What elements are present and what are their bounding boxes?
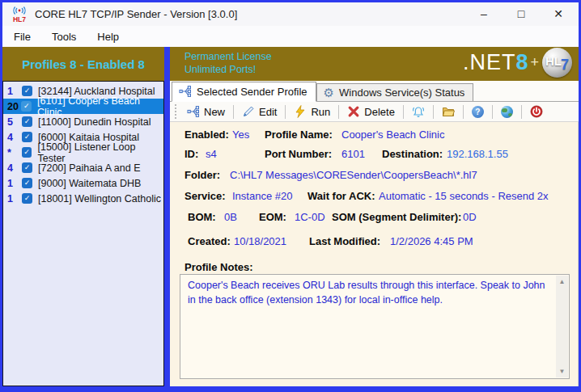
menu-help[interactable]: Help (97, 31, 119, 43)
menu-file[interactable]: File (14, 31, 31, 43)
new-button-label: New (204, 106, 225, 118)
service-value: Instance #20 (232, 190, 292, 202)
new-button[interactable]: New (182, 103, 230, 120)
close-button[interactable]: ✕ (540, 2, 577, 26)
profile-row[interactable]: 4 [7200] Paihaia A and E (3, 160, 163, 175)
profile-notes-textarea[interactable]: Cooper's Beach receives ORU Lab results … (180, 274, 570, 379)
notification-bell-icon (412, 105, 425, 118)
field-row-3: Folder: C:\HL7 Messages\CORESender\Coope… (170, 169, 578, 183)
modified-value: 1/2/2026 4:45 PM (390, 235, 473, 247)
field-row-2: ID: s4 Port Number: 6101 Destination: 19… (170, 148, 578, 162)
field-row-1: Enabled: Yes Profile Name: Cooper's Beac… (170, 129, 578, 143)
toolbar-separator (233, 105, 234, 119)
menu-bar: File Tools Help (2, 26, 579, 47)
hl7-globe-icon: HL 7 (542, 48, 572, 78)
tab-windows-service-status[interactable]: ⚙ Windows Service(s) Status (316, 83, 474, 101)
toolbar-separator (433, 105, 434, 119)
profile-list: 1 [32144] Auckland Hospital 20 [6101] Co… (2, 81, 164, 386)
profiles-header: Profiles 8 - Enabled 8 (2, 47, 164, 81)
enabled-value: Yes (232, 129, 249, 141)
window-title: CORE HL7 TCP/IP Sender - Version [3.0.0] (35, 8, 237, 20)
enabled-checkbox-icon[interactable] (22, 147, 32, 158)
destination-value: 192.168.1.55 (447, 148, 508, 160)
id-value: s4 (206, 148, 217, 160)
instance-number: 4 (3, 132, 22, 143)
enabled-checkbox-icon[interactable] (22, 86, 32, 96)
minimize-button[interactable]: – (465, 2, 503, 26)
profile-row-label: [15000] Listener Loop Tester (37, 141, 163, 164)
svg-text:HL7: HL7 (13, 15, 26, 23)
edit-button[interactable]: Edit (237, 103, 282, 120)
power-button[interactable] (525, 103, 548, 120)
hl7-app-icon: HL7 (11, 6, 28, 23)
help-button[interactable]: ? (467, 104, 489, 120)
instance-number: 4 (3, 162, 22, 174)
profile-row-selected[interactable]: 20 [6101] Cooper's Beach Clinic (3, 99, 163, 114)
instance-number: 5 (3, 116, 22, 128)
tab-selected-sender-profile[interactable]: Selected Sender Profile (172, 82, 316, 102)
profile-row[interactable]: 1 [18001] Wellington Catholic (3, 191, 163, 206)
dotnet-hl7-logo: .NET 8 + HL 7 (463, 48, 572, 78)
bom-value: 0B (224, 211, 237, 223)
title-bar: HL7 CORE HL7 TCP/IP Sender - Version [3.… (2, 2, 579, 26)
toolbar-grip-handle[interactable] (174, 104, 178, 119)
ack-label: Wait for ACK: (307, 190, 375, 202)
port-value: 6101 (341, 148, 365, 160)
hl7-globe-hl-text: HL (545, 54, 562, 68)
run-lightning-icon (294, 105, 307, 118)
run-button[interactable]: Run (289, 103, 335, 120)
notes-scrollbar[interactable] (556, 276, 568, 377)
eom-label: EOM: (259, 211, 286, 223)
scrollbar-down-icon[interactable] (556, 365, 568, 377)
profile-row[interactable]: 5 [11000] Dunedin Hospital (3, 114, 163, 129)
instance-number: * (3, 147, 22, 158)
field-row-4: Service: Instance #20 Wait for ACK: Auto… (170, 190, 578, 204)
hl7-globe-7-text: 7 (561, 57, 569, 74)
som-value: 0D (463, 211, 477, 223)
enabled-checkbox-icon[interactable] (21, 101, 32, 112)
enabled-label: Enabled: (184, 129, 229, 141)
profile-row-label: [7200] Paihaia A and E (38, 162, 141, 174)
delete-button[interactable]: Delete (342, 103, 400, 120)
tab-strip: Selected Sender Profile ⚙ Windows Servic… (170, 81, 579, 102)
port-label: Port Number: (265, 148, 332, 160)
field-row-6: Created: 10/18/2021 Last Modified: 1/2/2… (170, 235, 578, 250)
window-controls: – □ ✕ (465, 2, 579, 26)
license-line1: Permanent License (184, 50, 272, 63)
gear-icon: ⚙ (324, 86, 334, 99)
edit-button-label: Edit (259, 106, 277, 118)
power-icon (530, 105, 543, 118)
enabled-checkbox-icon[interactable] (22, 178, 32, 188)
toolbar-separator (338, 105, 339, 119)
notification-bell-button[interactable] (407, 103, 430, 120)
run-button-label: Run (311, 106, 330, 118)
web-globe-button[interactable] (496, 104, 518, 120)
right-pane: Permanent License Unlimited Ports! .NET … (170, 47, 579, 386)
profile-row[interactable]: * [15000] Listener Loop Tester (3, 145, 163, 160)
bom-label: BOM: (188, 211, 216, 223)
profile-row[interactable]: 1 [9000] Waitemata DHB (3, 175, 163, 191)
enabled-checkbox-icon[interactable] (22, 162, 32, 173)
enabled-checkbox-icon[interactable] (22, 116, 32, 127)
profile-name-value: Cooper's Beach Clinic (341, 129, 445, 141)
toolbar-separator (492, 105, 493, 119)
id-label: ID: (184, 148, 198, 160)
edit-pencil-icon (242, 105, 255, 118)
scrollbar-up-icon[interactable] (556, 276, 568, 288)
toolbar-separator (521, 105, 522, 119)
delete-x-icon (347, 105, 360, 118)
menu-tools[interactable]: Tools (52, 31, 76, 43)
folder-value: C:\HL7 Messages\CORESender\CoopersBeach\… (230, 169, 477, 181)
enabled-checkbox-icon[interactable] (22, 132, 32, 142)
toolbar-separator (285, 105, 286, 119)
new-profile-icon (187, 105, 200, 118)
profile-notes-label: Profile Notes: (184, 261, 253, 273)
profile-row-label: [6101] Cooper's Beach Clinic (37, 95, 163, 118)
open-folder-button[interactable] (437, 103, 460, 120)
panel-divider (164, 47, 170, 386)
instance-number: 20 (3, 101, 21, 112)
enabled-checkbox-icon[interactable] (22, 193, 32, 204)
license-line2: Unlimited Ports! (184, 63, 272, 76)
license-banner: Permanent License Unlimited Ports! .NET … (170, 47, 579, 81)
maximize-button[interactable]: □ (503, 2, 540, 26)
